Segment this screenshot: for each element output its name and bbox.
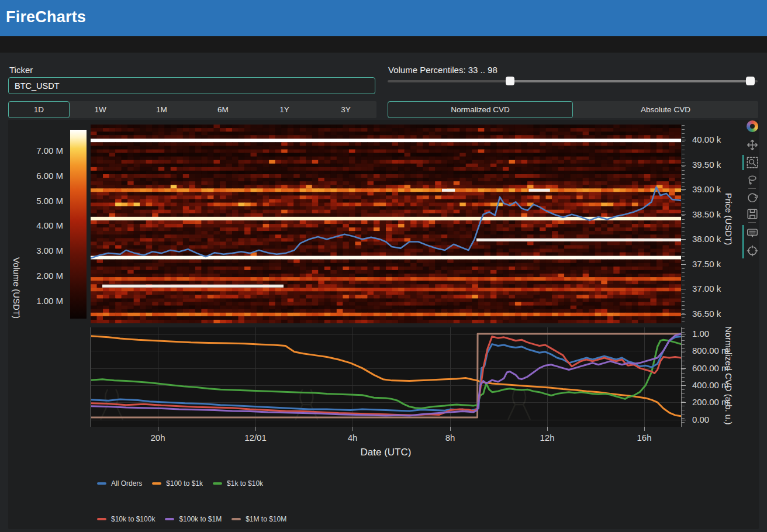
legend-row: $10k to $100k$100k to $1M$1M to $10M: [97, 515, 286, 523]
box-zoom-icon[interactable]: [746, 156, 759, 169]
cvd-major-tick: [681, 351, 686, 351]
cvd-major-tick: [681, 385, 686, 386]
cvd-tick-label: 400.00 m: [692, 380, 729, 390]
cvd-left-axis-line: [91, 327, 91, 427]
volume-tick-label: 1.00 M: [16, 296, 63, 306]
x-tick-mark: [255, 427, 256, 431]
cvd-major-tick: [681, 420, 686, 420]
price-major-tick: [681, 189, 686, 190]
cvd-tick-label: 0.00: [692, 414, 709, 424]
pan-icon[interactable]: [746, 139, 759, 151]
x-tick-mark: [450, 427, 451, 431]
legend-swatch-icon: [97, 482, 106, 485]
timeframe-button-6m[interactable]: 6M: [192, 101, 254, 118]
legend-item[interactable]: $100 to $1k: [152, 479, 203, 488]
price-axis-title: Price (USDT): [724, 193, 734, 245]
price-tick-label: 37.00 k: [692, 284, 721, 293]
ticker-label: Ticker: [9, 65, 33, 75]
price-tick-label: 39.00 k: [692, 184, 721, 194]
x-tick-label: 20h: [151, 433, 165, 443]
price-tick-label: 40.00 k: [692, 134, 721, 144]
price-major-tick: [681, 165, 686, 165]
timeframe-button-1d[interactable]: 1D: [8, 101, 70, 118]
price-tick-label: 38.50 k: [692, 209, 721, 219]
volume-tick-label: 3.00 M: [16, 246, 63, 255]
timeframe-button-1y[interactable]: 1Y: [254, 101, 315, 118]
volume-tick-label: 2.00 M: [16, 271, 63, 281]
percentile-slider-handle-low[interactable]: [506, 77, 514, 85]
price-major-tick: [681, 314, 686, 315]
volume-percentiles-label: Volume Percentiles: 33 .. 98: [388, 65, 497, 75]
legend-label: $1k to $10k: [227, 479, 263, 488]
cvd-major-tick: [681, 402, 686, 403]
x-tick-mark: [644, 427, 645, 431]
legend-swatch-icon: [152, 482, 161, 485]
price-major-tick: [681, 140, 686, 140]
percentile-slider-handle-high[interactable]: [746, 77, 755, 85]
legend-item[interactable]: $1M to $10M: [232, 515, 286, 523]
cvd-mode-button-group: Normalized CVDAbsolute CVD: [388, 101, 758, 118]
volume-axis-title: Volume (USDT): [12, 257, 22, 319]
legend-item[interactable]: $100k to $1M: [165, 515, 222, 523]
tooltip-icon[interactable]: [746, 227, 759, 240]
heatmap-canvas[interactable]: [91, 125, 681, 323]
x-tick-mark: [158, 427, 158, 431]
volume-colorbar: [70, 130, 87, 319]
x-tick-label: 16h: [637, 433, 651, 443]
timeframe-button-group: 1D1W1M6M1Y3Y: [8, 101, 376, 118]
legend-swatch-icon: [97, 518, 106, 520]
volume-tick-label: 4.00 M: [16, 220, 63, 230]
legend-row: All Orders$100 to $1k$1k to $10k: [97, 479, 263, 488]
price-tick-label: 37.50 k: [692, 259, 721, 269]
legend-label: $100 to $1k: [166, 479, 203, 488]
volume-percentiles-slider[interactable]: [388, 76, 758, 87]
modebar-separator: [748, 222, 756, 223]
subheader-strip: [0, 36, 767, 53]
legend-item[interactable]: $1k to $10k: [213, 479, 263, 488]
legend-swatch-icon: [232, 518, 241, 520]
cvd-mode-button-normalized[interactable]: Normalized CVD: [388, 101, 573, 118]
legend-item[interactable]: All Orders: [97, 479, 142, 488]
price-major-tick: [681, 289, 686, 289]
cvd-tick-label: 200.00 m: [692, 397, 729, 407]
x-tick-mark: [547, 427, 548, 431]
timeframe-button-3y[interactable]: 3Y: [315, 101, 376, 118]
price-major-tick: [681, 215, 686, 215]
save-icon[interactable]: [746, 208, 759, 220]
reset-axes-icon[interactable]: [746, 192, 759, 205]
cvd-canvas[interactable]: [91, 327, 681, 427]
lasso-icon[interactable]: [746, 174, 759, 186]
x-tick-label: 8h: [445, 433, 455, 443]
x-axis-title: Date (UTC): [327, 447, 444, 458]
legend-item[interactable]: $10k to $100k: [97, 515, 155, 523]
x-tick-mark: [353, 427, 353, 431]
legend-label: $10k to $100k: [111, 515, 155, 523]
timeframe-button-1w[interactable]: 1W: [70, 101, 131, 118]
volume-tick-label: 5.00 M: [16, 196, 63, 206]
app-title: FireCharts: [6, 8, 86, 26]
volume-tick-label: 7.00 M: [16, 146, 63, 156]
timeframe-button-1m[interactable]: 1M: [131, 101, 192, 118]
legend-label: $100k to $1M: [179, 515, 222, 523]
cvd-major-tick: [681, 368, 686, 369]
cvd-axis-minor-ticks: [682, 328, 685, 426]
cvd-tick-label: 800.00 m: [692, 346, 729, 355]
slider-selected-range: [510, 80, 750, 82]
ticker-input[interactable]: [8, 77, 375, 94]
app-header: FireCharts: [0, 0, 767, 36]
price-axis-minor-ticks: [682, 125, 685, 323]
plotly-logo-icon[interactable]: [747, 120, 758, 132]
legend-label: $1M to $10M: [246, 515, 286, 523]
modebar-separator: [748, 188, 756, 189]
legend-label: All Orders: [111, 479, 142, 488]
price-major-tick: [681, 239, 686, 240]
crosshair-icon[interactable]: [746, 244, 759, 257]
price-tick-label: 36.50 k: [692, 309, 721, 319]
x-tick-label: 4h: [348, 433, 358, 443]
price-major-tick: [681, 264, 686, 265]
cvd-mode-button-absolute[interactable]: Absolute CVD: [573, 101, 758, 118]
cvd-tick-label: 1.00: [692, 329, 709, 338]
firecharts-app: FireCharts Ticker 1D1W1M6M1Y3Y Volume Pe…: [0, 0, 767, 532]
volume-tick-label: 6.00 M: [16, 171, 63, 181]
x-tick-label: 12h: [540, 433, 555, 443]
